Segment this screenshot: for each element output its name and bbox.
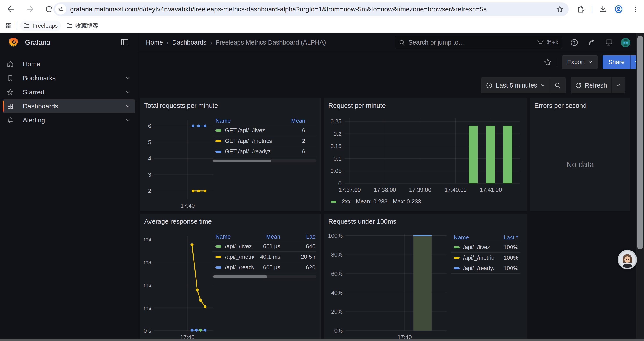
series-swatch — [216, 245, 222, 247]
refresh-interval-button[interactable] — [612, 78, 625, 93]
breadcrumb-home[interactable]: Home — [146, 39, 163, 46]
panel-average-response-time[interactable]: Average response time 17:4080 ms60 ms40 … — [140, 214, 321, 341]
browser-back-button[interactable] — [6, 5, 15, 14]
series-name[interactable]: GET /api/_/livez — [225, 127, 265, 134]
horizontal-scrollbar[interactable] — [0, 338, 644, 341]
series-name[interactable]: 2xx — [342, 198, 350, 205]
legend-col-name[interactable]: Name — [454, 234, 494, 241]
panel-requests-under-100ms[interactable]: Requests under 100ms 17:40100%80%60%40%2… — [324, 214, 527, 341]
search-input[interactable]: Search or jump to... ⌘+k — [394, 36, 562, 49]
legend-row[interactable]: /api/_/livez 661 µs 646 — [212, 241, 316, 251]
legend-row[interactable]: GET /api/_/metrics 2 — [212, 136, 316, 146]
panel-errors-per-second[interactable]: Errors per second No data — [530, 98, 630, 211]
refresh-label: Refresh — [585, 82, 607, 89]
panel-legend: Name Mean Las /api/_/livez 661 µs 646 /a… — [212, 232, 316, 278]
apps-grid-icon — [5, 22, 12, 29]
breadcrumb-dashboards[interactable]: Dashboards — [172, 39, 206, 46]
export-button[interactable]: Export — [562, 55, 598, 69]
panel-total-requests[interactable]: Total requests per minute 17:4065432 Nam… — [140, 98, 321, 211]
browser-downloads-button[interactable] — [598, 5, 608, 14]
series-name[interactable]: GET /api/_/readyz — [225, 148, 271, 155]
legend-col-mean[interactable]: Mean — [281, 117, 305, 124]
sidebar-item-alerting[interactable]: Alerting — [3, 113, 135, 127]
series-name[interactable]: /api/_/readyz — [225, 264, 254, 271]
help-icon: ? — [570, 38, 578, 47]
bookmark-label: 收藏博客 — [76, 22, 98, 30]
bookmark-star-button[interactable] — [556, 5, 564, 13]
sidebar-toggle-button[interactable] — [120, 38, 129, 47]
legend-col-last[interactable]: Las — [280, 233, 316, 240]
browser-profile-button[interactable] — [614, 5, 624, 14]
legend-scrollbar-thumb[interactable] — [213, 160, 271, 162]
site-settings-button[interactable] — [55, 4, 66, 15]
share-button[interactable]: Share — [602, 55, 630, 69]
series-name[interactable]: GET /api/_/metrics — [225, 138, 272, 144]
legend-row[interactable]: /api/_/readyz 100% — [451, 263, 520, 273]
series-name[interactable]: /api/_/metrics — [463, 254, 494, 261]
star-icon — [544, 58, 552, 66]
browser-menu-button[interactable] — [631, 5, 640, 14]
download-icon — [599, 5, 607, 14]
assistant-avatar-widget[interactable] — [618, 250, 637, 269]
bookmark-folder-blogs[interactable]: 收藏博客 — [63, 20, 101, 31]
apps-grid-button[interactable] — [4, 21, 14, 31]
legend-scrollbar-thumb[interactable] — [213, 275, 267, 278]
browser-forward-button[interactable] — [26, 5, 35, 14]
news-button[interactable] — [586, 38, 596, 47]
sidebar-item-home[interactable]: Home — [3, 57, 135, 71]
panel-toggle-icon — [120, 38, 129, 47]
help-button[interactable]: ? — [570, 38, 579, 47]
series-mean: 605 µs — [254, 264, 280, 271]
sidebar-item-dashboards[interactable]: Dashboards — [3, 99, 135, 113]
zoom-out-time-button[interactable] — [550, 78, 566, 93]
legend-row[interactable]: /api/_/readyz 605 µs 620 — [212, 262, 316, 272]
panel-title: Request per minute — [324, 98, 526, 109]
legend-row[interactable]: /api/_/metrics 100% — [451, 252, 520, 263]
sidebar-item-bookmarks[interactable]: Bookmarks — [3, 71, 135, 85]
series-name[interactable]: /api/_/metrics — [225, 253, 254, 260]
legend-col-name[interactable]: Name — [216, 233, 254, 240]
url-text[interactable]: grafana.mathmast.com/d/deytv4rwavabkb/fr… — [70, 6, 556, 13]
vertical-scrollbar-thumb[interactable] — [638, 36, 643, 249]
svg-text:4: 4 — [148, 155, 151, 162]
panel-request-per-minute[interactable]: Request per minute 17:37:0017:38:0017:39… — [324, 98, 527, 211]
chevron-down-icon[interactable] — [125, 76, 130, 81]
chevron-down-icon — [616, 83, 621, 88]
sidebar-item-starred[interactable]: Starred — [3, 85, 135, 99]
panel-title: Average response time — [140, 214, 320, 225]
grafana-logo[interactable] — [9, 37, 19, 48]
legend-scrollbar[interactable] — [212, 275, 316, 278]
user-avatar[interactable] — [621, 38, 630, 47]
browser-toolbar: grafana.mathmast.com/d/deytv4rwavabkb/fr… — [0, 0, 644, 19]
legend-col-mean[interactable]: Mean — [254, 233, 280, 240]
legend-col-last[interactable]: Last * — [494, 234, 518, 241]
series-name[interactable]: /api/_/livez — [225, 243, 252, 250]
legend-row[interactable]: GET /api/_/livez 6 — [212, 125, 316, 136]
chevron-down-icon[interactable] — [125, 118, 130, 123]
svg-text:40%: 40% — [331, 289, 342, 296]
browser-extensions-button[interactable] — [576, 5, 585, 14]
panel-title: Total requests per minute — [140, 98, 320, 109]
svg-text:0.15: 0.15 — [330, 143, 342, 149]
series-name[interactable]: /api/_/readyz — [463, 265, 494, 272]
legend-row[interactable]: GET /api/_/readyz 6 — [212, 146, 316, 157]
series-swatch — [216, 266, 222, 269]
refresh-button[interactable]: Refresh — [571, 78, 612, 93]
chevron-down-icon[interactable] — [125, 90, 130, 95]
chevron-down-icon[interactable] — [125, 104, 130, 109]
legend-col-name[interactable]: Name — [216, 117, 281, 124]
legend-row[interactable]: /api/_/livez 100% — [451, 242, 520, 252]
kebab-menu-icon — [632, 5, 640, 13]
time-range-picker[interactable]: Last 5 minutes — [481, 78, 550, 93]
legend-row[interactable]: /api/_/metrics 40.1 ms 20.5 r — [212, 251, 316, 262]
legend-scrollbar[interactable] — [212, 159, 316, 162]
series-name[interactable]: /api/_/livez — [463, 244, 490, 251]
panel-title: Errors per second — [530, 98, 630, 109]
display-button[interactable] — [604, 38, 614, 47]
address-bar[interactable]: grafana.mathmast.com/d/deytv4rwavabkb/fr… — [54, 3, 568, 16]
bookmark-folder-freeleaps[interactable]: Freeleaps — [20, 21, 61, 31]
browser-reload-button[interactable] — [44, 5, 54, 14]
favorite-dashboard-button[interactable] — [544, 58, 552, 66]
time-range-label: Last 5 minutes — [496, 82, 537, 89]
folder-icon — [66, 22, 73, 29]
